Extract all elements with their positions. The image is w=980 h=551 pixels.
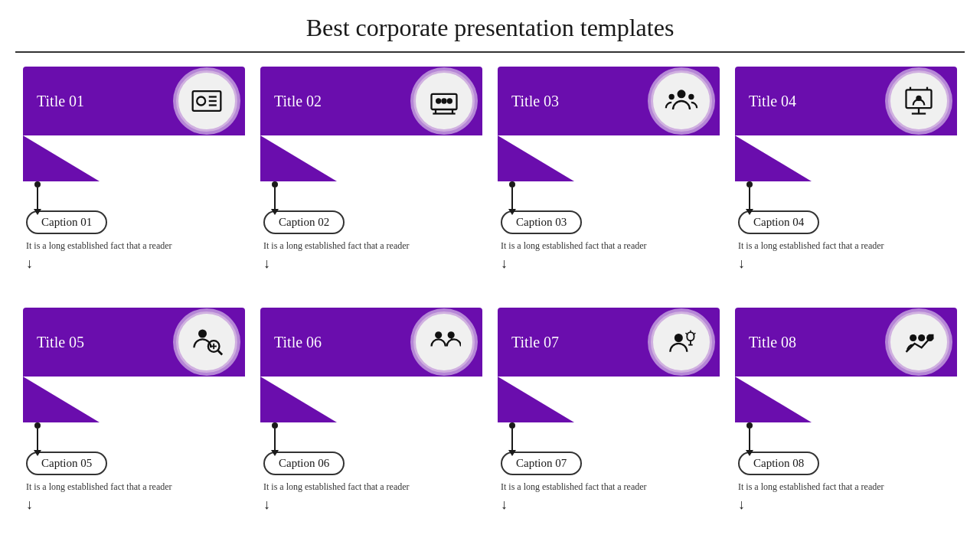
card-title: Title 01: [37, 93, 84, 110]
down-arrow-icon: ↓: [738, 497, 745, 513]
svg-rect-30: [687, 332, 694, 341]
page-title: Best corporate presentation templates: [15, 0, 965, 53]
body-text: It is a long established fact that a rea…: [501, 480, 647, 494]
growth-icon: [888, 311, 949, 373]
card-02: Title 02 Caption 02 It is a long establi…: [253, 60, 490, 302]
card-inner: Title 07 Caption 07 It is a long establi…: [498, 308, 720, 513]
card-inner: Title 03 Caption 03 It is a long establi…: [498, 67, 720, 272]
body-text: It is a long established fact that a rea…: [738, 480, 884, 494]
connector-dot: [272, 422, 278, 429]
connector-line: [37, 187, 38, 210]
down-arrow-icon: ↓: [263, 256, 270, 272]
card-title: Title 04: [749, 93, 796, 110]
card-banner: Title 06 ?: [260, 308, 482, 377]
svg-line-23: [218, 350, 223, 355]
connector-dot: [509, 422, 515, 429]
triangle-shape: [498, 135, 631, 181]
body-text: It is a long established fact that a rea…: [263, 480, 410, 494]
connector-dot: [34, 422, 41, 429]
connector-line: [274, 429, 276, 452]
svg-point-21: [198, 330, 207, 338]
connector-dot: [746, 422, 753, 429]
body-text: It is a long established fact that a rea…: [26, 239, 172, 253]
triangle-area: [735, 135, 957, 181]
card-banner: Title 04: [735, 67, 957, 135]
card-08: Title 08 Caption 08 It is a long establi…: [727, 302, 965, 543]
card-inner: Title 06 ? Caption 06 It is a long estab…: [260, 308, 482, 513]
body-text: It is a long established fact that a rea…: [738, 239, 884, 253]
triangle-shape: [260, 377, 394, 422]
down-arrow-icon: ↓: [738, 256, 745, 272]
card-06: Title 06 ? Caption 06 It is a long estab…: [253, 302, 490, 543]
card-01: Title 01 Caption 01 It is a long establi…: [15, 60, 253, 302]
down-arrow-icon: ↓: [26, 497, 33, 513]
card-title: Title 07: [511, 334, 559, 351]
triangle-area: [260, 135, 482, 181]
card-grid: Title 01 Caption 01 It is a long establi…: [0, 53, 980, 543]
connector-dot: [34, 181, 41, 187]
svg-point-26: [435, 331, 442, 338]
connector-line: [511, 429, 513, 452]
card-banner: Title 05: [23, 308, 245, 377]
svg-point-13: [669, 94, 675, 99]
connector-dot: [509, 181, 515, 187]
card-banner: Title 03: [498, 67, 720, 135]
svg-point-36: [910, 334, 916, 341]
svg-point-6: [436, 98, 441, 103]
idea-person-icon: [651, 311, 712, 373]
triangle-shape: [735, 377, 868, 422]
card-title: Title 03: [511, 93, 559, 110]
card-inner: Title 04 Caption 04 It is a long establi…: [735, 67, 957, 272]
card-inner: Title 05 Caption 05 It is a long establi…: [23, 308, 245, 513]
card-inner: Title 02 Caption 02 It is a long establi…: [260, 67, 482, 272]
connector-line: [274, 187, 276, 210]
meeting-icon: [413, 70, 475, 132]
svg-point-14: [688, 94, 694, 99]
search-person-icon: [176, 311, 237, 373]
svg-point-1: [197, 97, 205, 106]
card-05: Title 05 Caption 05 It is a long establi…: [15, 302, 253, 543]
triangle-area: [23, 377, 245, 422]
triangle-shape: [260, 135, 394, 181]
card-banner: Title 02: [260, 67, 482, 135]
down-arrow-icon: ↓: [501, 497, 508, 513]
id-card-icon: [176, 70, 237, 132]
connector-line: [511, 187, 513, 210]
card-title: Title 08: [749, 334, 796, 351]
card-title: Title 06: [274, 334, 322, 351]
question-group-icon: ?: [413, 311, 475, 373]
svg-point-8: [447, 98, 452, 103]
presentation-icon: [888, 70, 949, 132]
card-title: Title 02: [274, 93, 322, 110]
triangle-area: [260, 377, 482, 422]
card-04: Title 04 Caption 04 It is a long establi…: [727, 60, 965, 302]
triangle-area: [735, 377, 957, 422]
card-inner: Title 01 Caption 01 It is a long establi…: [23, 67, 245, 272]
connector-dot: [746, 181, 753, 187]
body-text: It is a long established fact that a rea…: [263, 239, 410, 253]
connector-line: [749, 429, 750, 452]
triangle-area: [498, 377, 720, 422]
svg-point-37: [918, 334, 925, 341]
connector-dot: [272, 181, 278, 187]
svg-text:?: ?: [449, 331, 454, 341]
card-03: Title 03 Caption 03 It is a long establi…: [490, 60, 727, 302]
down-arrow-icon: ↓: [263, 497, 270, 513]
svg-point-7: [441, 98, 446, 103]
card-banner: Title 08: [735, 308, 957, 377]
group-icon: [651, 70, 712, 132]
triangle-shape: [23, 377, 156, 422]
svg-point-12: [678, 90, 686, 98]
body-text: It is a long established fact that a rea…: [26, 480, 172, 494]
triangle-area: [23, 135, 245, 181]
triangle-shape: [498, 377, 631, 422]
connector-line: [37, 429, 38, 452]
card-title: Title 05: [37, 334, 84, 351]
svg-point-29: [675, 334, 683, 342]
card-banner: Title 01: [23, 67, 245, 135]
card-banner: Title 07: [498, 308, 720, 377]
down-arrow-icon: ↓: [26, 256, 33, 272]
triangle-shape: [735, 135, 868, 181]
triangle-area: [498, 135, 720, 181]
down-arrow-icon: ↓: [501, 256, 508, 272]
